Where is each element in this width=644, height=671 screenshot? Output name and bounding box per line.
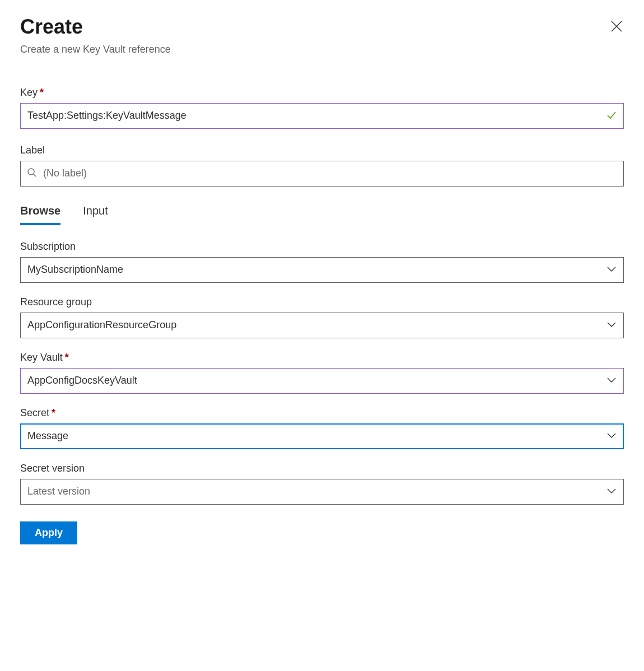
subscription-label: Subscription xyxy=(20,241,624,253)
secret-label: Secret* xyxy=(20,407,624,419)
label-input[interactable] xyxy=(20,161,624,187)
page-subtitle: Create a new Key Vault reference xyxy=(20,44,171,55)
key-input[interactable] xyxy=(20,103,624,129)
resource-group-select[interactable]: AppConfigurationResourceGroup xyxy=(20,313,624,338)
close-button[interactable] xyxy=(609,19,624,34)
key-label: Key* xyxy=(20,87,624,99)
label-label: Label xyxy=(20,145,624,156)
secret-select[interactable]: Message xyxy=(20,423,624,449)
subscription-select[interactable]: MySubscriptionName xyxy=(20,257,624,283)
subscription-value: MySubscriptionName xyxy=(27,264,123,276)
required-asterisk: * xyxy=(65,352,69,363)
tabs: Browse Input xyxy=(20,202,624,225)
tab-browse[interactable]: Browse xyxy=(20,202,60,225)
required-asterisk: * xyxy=(52,407,55,418)
secret-version-select[interactable]: Latest version xyxy=(20,479,624,505)
close-icon xyxy=(610,20,623,32)
page-title: Create xyxy=(20,16,171,38)
resource-group-label: Resource group xyxy=(20,296,624,308)
apply-button[interactable]: Apply xyxy=(20,521,77,544)
required-asterisk: * xyxy=(40,87,44,98)
secret-value: Message xyxy=(27,430,68,442)
key-vault-label: Key Vault* xyxy=(20,352,624,364)
tab-input[interactable]: Input xyxy=(83,202,108,225)
check-icon xyxy=(606,109,617,123)
secret-version-placeholder: Latest version xyxy=(27,486,90,497)
resource-group-value: AppConfigurationResourceGroup xyxy=(27,319,176,331)
secret-version-label: Secret version xyxy=(20,463,624,474)
key-vault-value: AppConfigDocsKeyVault xyxy=(27,375,137,386)
key-vault-select[interactable]: AppConfigDocsKeyVault xyxy=(20,368,624,394)
